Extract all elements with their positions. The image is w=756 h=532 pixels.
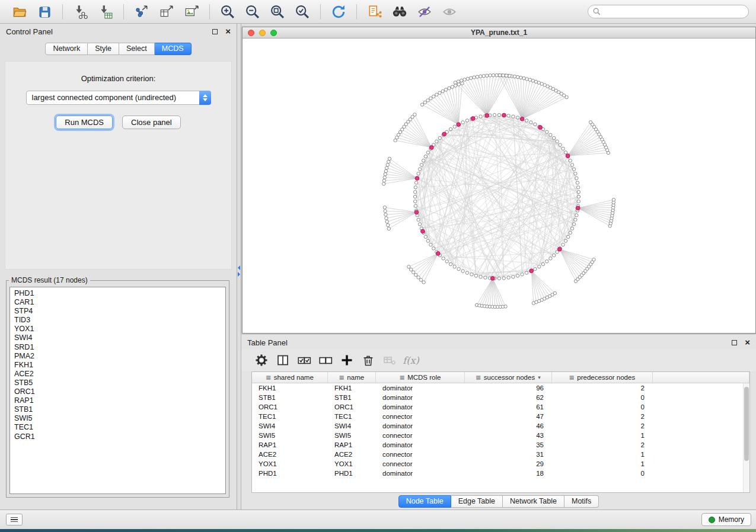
mcds-result-item[interactable]: PHD1 — [14, 289, 225, 298]
mcds-result-item[interactable]: GCR1 — [14, 432, 225, 441]
show-columns-icon[interactable] — [274, 351, 292, 369]
close-panel-icon[interactable]: × — [225, 28, 231, 34]
control-panel-header: Control Panel × — [0, 24, 237, 39]
float-table-panel-icon[interactable] — [732, 340, 737, 345]
zoom-in-icon[interactable] — [218, 2, 237, 21]
select-all-icon[interactable] — [295, 351, 313, 369]
memory-button[interactable]: Memory — [701, 513, 751, 526]
delete-rows-icon[interactable] — [359, 351, 377, 369]
tab-mcds[interactable]: MCDS — [155, 43, 192, 55]
table-row[interactable]: YOX1YOX1connector291 — [252, 459, 749, 469]
cell-successor-nodes: 47 — [465, 413, 552, 420]
table-row[interactable]: ORC1ORC1dominator610 — [252, 402, 749, 412]
settings-icon[interactable] — [253, 351, 270, 369]
scrollbar-thumb[interactable] — [744, 387, 749, 461]
export-image-icon[interactable] — [182, 2, 201, 21]
zoom-out-icon[interactable] — [243, 2, 262, 21]
mcds-result-item[interactable]: CAR1 — [14, 298, 225, 307]
panel-splitter[interactable] — [237, 24, 241, 509]
tab-style[interactable]: Style — [88, 43, 119, 55]
table-row[interactable]: PHD1PHD1dominator180 — [252, 469, 749, 478]
column-header-successor-nodes[interactable]: ▦successor nodes▾ — [465, 372, 552, 383]
column-header-mcds-role[interactable]: ▦MCDS role — [376, 372, 465, 383]
close-table-panel-icon[interactable]: × — [745, 339, 750, 345]
table-panel: Table Panel × f(x) ▦shared name▦name▦MCD… — [241, 335, 756, 509]
tab-select[interactable]: Select — [119, 43, 155, 55]
annotation-icon[interactable] — [365, 2, 384, 21]
cell-name: ACE2 — [328, 451, 376, 458]
clear-disabled-icon[interactable] — [381, 351, 398, 369]
mcds-result-item[interactable]: SWI5 — [14, 414, 225, 423]
network-window-titlebar[interactable]: YPA_prune.txt_1 — [243, 27, 755, 39]
mcds-result-item[interactable]: ORC1 — [14, 387, 225, 396]
mcds-result-item[interactable]: STB5 — [14, 379, 225, 387]
table-tab-motifs[interactable]: Motifs — [564, 495, 599, 508]
table-row[interactable]: SWI5SWI5connector431 — [252, 431, 749, 440]
import-network-file-icon[interactable] — [71, 2, 90, 21]
mcds-result-item[interactable]: PMA2 — [14, 352, 225, 361]
find-icon[interactable] — [390, 2, 409, 21]
export-network-icon[interactable] — [132, 2, 151, 21]
table-tab-edge-table[interactable]: Edge Table — [451, 495, 503, 508]
cell-shared-name: ORC1 — [252, 403, 328, 411]
cell-mcds-role: dominator — [376, 394, 465, 401]
close-window-icon[interactable] — [248, 30, 254, 36]
cell-predecessor-nodes: 2 — [552, 422, 653, 430]
table-row[interactable]: ACE2ACE2connector311 — [252, 450, 749, 459]
table-scrollbar[interactable] — [743, 383, 749, 492]
panel-toggle-button[interactable] — [6, 514, 23, 525]
tab-network[interactable]: Network — [45, 43, 88, 55]
mcds-result-item[interactable]: TEC1 — [14, 423, 225, 432]
mcds-result-item[interactable]: YOX1 — [14, 325, 225, 334]
search-input[interactable] — [588, 5, 749, 18]
splitter-collapse-icon[interactable] — [238, 265, 240, 277]
table-row[interactable]: FKH1FKH1dominator962 — [252, 383, 749, 393]
deselect-all-icon[interactable] — [317, 351, 334, 369]
float-panel-icon[interactable] — [212, 29, 218, 34]
open-file-icon[interactable] — [10, 2, 29, 21]
table-row[interactable]: STB1STB1dominator620 — [252, 393, 749, 402]
mcds-result-item[interactable]: STP4 — [14, 307, 225, 316]
mcds-result-item[interactable]: SWI4 — [14, 334, 225, 342]
add-row-icon[interactable] — [338, 351, 356, 369]
network-graph[interactable] — [243, 39, 755, 332]
node-table: ▦shared name▦name▦MCDS role▦successor no… — [251, 371, 750, 493]
mcds-result-item[interactable]: RAP1 — [14, 396, 225, 405]
import-table-file-icon[interactable] — [96, 2, 115, 21]
mcds-result-list[interactable]: PHD1CAR1STP4TID3YOX1SWI4SRD1PMA2FKH1ACE2… — [9, 287, 226, 494]
show-details-icon[interactable] — [440, 2, 459, 21]
export-table-icon[interactable] — [157, 2, 176, 21]
minimize-window-icon[interactable] — [259, 30, 266, 36]
maximize-window-icon[interactable] — [270, 30, 277, 36]
cell-shared-name: SWI4 — [252, 422, 328, 430]
close-panel-button[interactable]: Close panel — [122, 116, 181, 129]
zoom-selected-icon[interactable] — [293, 2, 312, 21]
save-session-icon[interactable] — [35, 2, 54, 21]
cell-mcds-role: dominator — [376, 403, 465, 411]
mcds-result-item[interactable]: STB1 — [14, 405, 225, 414]
mcds-result-item[interactable]: SRD1 — [14, 343, 225, 352]
table-tab-node-table[interactable]: Node Table — [398, 495, 451, 508]
table-row[interactable]: RAP1RAP1dominator352 — [252, 440, 749, 450]
toolbar-icon-strip — [7, 2, 462, 21]
function-builder-icon[interactable]: f(x) — [402, 351, 420, 369]
column-header-name[interactable]: ▦name — [328, 372, 376, 383]
run-mcds-button[interactable]: Run MCDS — [56, 116, 113, 129]
column-label: shared name — [274, 374, 314, 381]
mcds-result-item[interactable]: ACE2 — [14, 370, 225, 379]
table-tab-network-table[interactable]: Network Table — [503, 495, 564, 508]
table-row[interactable]: TEC1TEC1connector472 — [252, 412, 749, 421]
cell-predecessor-nodes: 1 — [552, 432, 653, 439]
network-canvas[interactable] — [243, 39, 755, 333]
table-row[interactable]: SWI4SWI4dominator462 — [252, 421, 749, 431]
mcds-result-item[interactable]: FKH1 — [14, 361, 225, 370]
hide-details-icon[interactable] — [415, 2, 434, 21]
column-header-predecessor-nodes[interactable]: ▦predecessor nodes — [552, 372, 653, 383]
column-header-shared-name[interactable]: ▦shared name — [252, 372, 328, 383]
cell-name: SWI4 — [328, 422, 376, 430]
apply-layout-icon[interactable] — [329, 2, 348, 21]
zoom-fit-icon[interactable] — [268, 2, 287, 21]
criterion-dropdown[interactable]: largest connected component (undirected) — [26, 91, 211, 105]
attribute-icon: ▦ — [339, 374, 344, 380]
mcds-result-item[interactable]: TID3 — [14, 316, 225, 325]
